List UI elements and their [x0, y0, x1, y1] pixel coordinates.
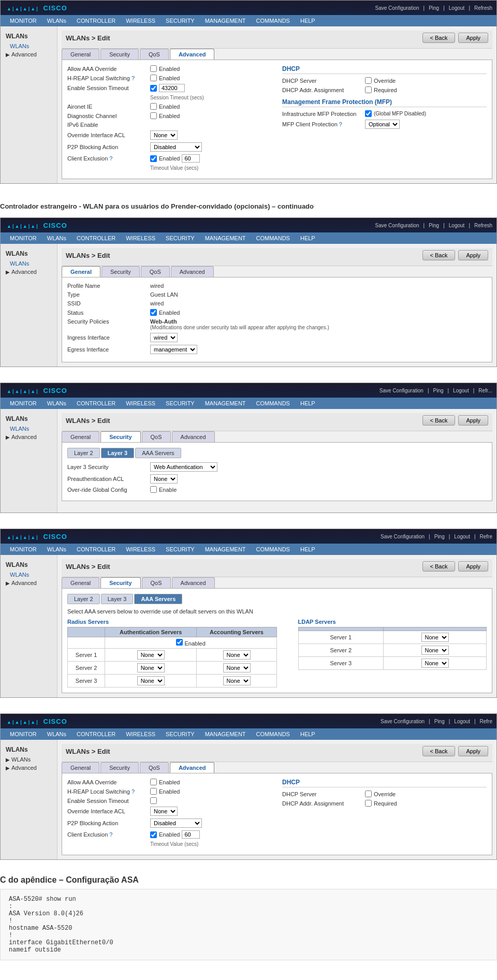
p2p-select-1[interactable]: Disabled: [150, 142, 202, 152]
ping-link-2[interactable]: Ping: [429, 223, 439, 228]
dhcp-addr-checkbox-5[interactable]: [365, 800, 372, 807]
tab-security-2[interactable]: Security: [101, 266, 140, 277]
dhcp-server-checkbox-5[interactable]: [365, 791, 372, 797]
dhcp-addr-checkbox-1[interactable]: [365, 86, 372, 93]
sub-tab-layer3-4[interactable]: Layer 3: [101, 594, 134, 604]
menu-commands-3[interactable]: COMMANDS: [251, 399, 295, 407]
sub-tab-aaa-3[interactable]: AAA Servers: [135, 448, 181, 458]
menu-commands-4[interactable]: COMMANDS: [251, 545, 295, 553]
dhcp-server-checkbox-1[interactable]: [365, 77, 372, 84]
menu-help-5[interactable]: HELP: [295, 730, 320, 738]
refresh-link-4[interactable]: Refre: [480, 534, 492, 539]
menu-management-5[interactable]: MANAGEMENT: [200, 730, 251, 738]
tab-advanced-1[interactable]: Advanced: [170, 49, 215, 60]
sidebar-item-wlans-2[interactable]: WLANs: [1, 259, 57, 268]
menu-controller-1[interactable]: CONTROLLER: [71, 17, 121, 25]
refresh-link-3[interactable]: Refr...: [478, 388, 492, 393]
menu-security-1[interactable]: SECURITY: [160, 17, 200, 25]
logout-link-1[interactable]: Logout: [449, 5, 465, 11]
refresh-link-1[interactable]: Refresh: [474, 5, 492, 11]
menu-monitor-2[interactable]: MONITOR: [5, 234, 42, 242]
logout-link-4[interactable]: Logout: [454, 534, 470, 539]
back-button-2[interactable]: < Back: [422, 250, 456, 260]
tab-qos-4[interactable]: QoS: [142, 577, 171, 588]
excl-checkbox-5[interactable]: [150, 831, 157, 838]
apply-button-1[interactable]: Apply: [458, 33, 488, 43]
diag-checkbox-1[interactable]: [150, 112, 157, 119]
radius-s2-auth-select-4[interactable]: None: [137, 663, 165, 672]
logout-link-2[interactable]: Logout: [449, 223, 465, 228]
sub-tab-aaa-4[interactable]: AAA Servers: [134, 594, 182, 604]
session-checkbox-1[interactable]: [150, 85, 157, 92]
save-config-link-4[interactable]: Save Configuration: [381, 534, 425, 539]
sidebar-item-wlans-4[interactable]: WLANs: [1, 571, 57, 579]
menu-security-5[interactable]: SECURITY: [160, 730, 200, 738]
ping-link-5[interactable]: Ping: [434, 719, 445, 724]
tab-general-4[interactable]: General: [62, 577, 99, 588]
tab-advanced-5[interactable]: Advanced: [170, 762, 215, 773]
menu-wireless-1[interactable]: WIRELESS: [121, 17, 160, 25]
refresh-link-5[interactable]: Refre: [480, 719, 492, 724]
tab-security-3[interactable]: Security: [100, 431, 140, 442]
menu-help-1[interactable]: HELP: [295, 17, 320, 25]
menu-wireless-4[interactable]: WIRELESS: [121, 545, 160, 553]
ping-link-1[interactable]: Ping: [429, 5, 439, 11]
back-button-3[interactable]: < Back: [422, 415, 456, 426]
sidebar-item-wlans-3[interactable]: WLANs: [1, 425, 57, 433]
tab-qos-3[interactable]: QoS: [142, 431, 171, 442]
menu-wireless-3[interactable]: WIRELESS: [121, 399, 160, 407]
menu-management-1[interactable]: MANAGEMENT: [200, 17, 251, 25]
menu-wlans-3[interactable]: WLANs: [42, 399, 71, 407]
menu-management-3[interactable]: MANAGEMENT: [200, 399, 251, 407]
menu-wlans-2[interactable]: WLANs: [42, 234, 71, 242]
ping-link-3[interactable]: Ping: [433, 388, 443, 393]
radius-s3-auth-select-4[interactable]: None: [137, 676, 165, 685]
sidebar-item-wlans-5[interactable]: ▶ WLANs: [1, 755, 57, 764]
back-button-4[interactable]: < Back: [422, 561, 456, 572]
menu-management-4[interactable]: MANAGEMENT: [200, 545, 251, 553]
apply-button-3[interactable]: Apply: [458, 415, 488, 426]
menu-controller-3[interactable]: CONTROLLER: [71, 399, 121, 407]
menu-help-3[interactable]: HELP: [295, 399, 320, 407]
menu-monitor-1[interactable]: MONITOR: [5, 17, 42, 25]
override-select-5[interactable]: None: [150, 807, 178, 816]
sidebar-item-advanced-4[interactable]: ▶ Advanced: [1, 579, 57, 587]
menu-monitor-3[interactable]: MONITOR: [5, 399, 42, 407]
menu-commands-2[interactable]: COMMANDS: [251, 234, 295, 242]
menu-security-3[interactable]: SECURITY: [160, 399, 200, 407]
aironet-checkbox-1[interactable]: [150, 103, 157, 110]
sidebar-item-advanced-3[interactable]: ▶ Advanced: [1, 433, 57, 441]
aaa-checkbox-5[interactable]: [150, 779, 157, 785]
sidebar-item-advanced-1[interactable]: ▶ Advanced: [1, 50, 57, 58]
sidebar-item-advanced-5[interactable]: ▶ Advanced: [1, 764, 57, 772]
session-checkbox-5[interactable]: [150, 797, 157, 804]
back-button-5[interactable]: < Back: [422, 746, 456, 756]
mfp-client-select-1[interactable]: Optional: [365, 120, 400, 129]
tab-security-5[interactable]: Security: [100, 762, 139, 773]
menu-wireless-5[interactable]: WIRELESS: [121, 730, 160, 738]
egress-select-2[interactable]: management: [150, 345, 197, 354]
tab-general-2[interactable]: General: [62, 266, 100, 277]
menu-security-2[interactable]: SECURITY: [160, 234, 200, 242]
excl-value-1[interactable]: [182, 154, 200, 163]
tab-qos-1[interactable]: QoS: [140, 49, 169, 60]
menu-controller-2[interactable]: CONTROLLER: [71, 234, 121, 242]
tab-advanced-2[interactable]: Advanced: [171, 266, 214, 277]
menu-monitor-5[interactable]: MONITOR: [5, 730, 42, 738]
ldap-s3-select-4[interactable]: None: [421, 659, 449, 668]
menu-security-4[interactable]: SECURITY: [160, 545, 200, 553]
l3security-select-3[interactable]: Web Authentication: [150, 462, 217, 472]
ldap-s1-select-4[interactable]: None: [421, 633, 449, 642]
mfp-infra-checkbox-1[interactable]: [365, 110, 372, 117]
tab-security-4[interactable]: Security: [100, 577, 140, 588]
menu-wlans-4[interactable]: WLANs: [42, 545, 71, 553]
logout-link-5[interactable]: Logout: [454, 719, 470, 724]
save-config-link-3[interactable]: Save Configuration: [379, 388, 423, 393]
p2p-select-5[interactable]: Disabled: [150, 818, 202, 828]
status-checkbox-2[interactable]: [150, 309, 157, 316]
back-button-1[interactable]: < Back: [422, 33, 456, 43]
radius-s1-acct-select-4[interactable]: None: [223, 650, 251, 660]
tab-general-5[interactable]: General: [62, 762, 99, 773]
tab-qos-5[interactable]: QoS: [140, 762, 169, 773]
ping-link-4[interactable]: Ping: [434, 534, 445, 539]
